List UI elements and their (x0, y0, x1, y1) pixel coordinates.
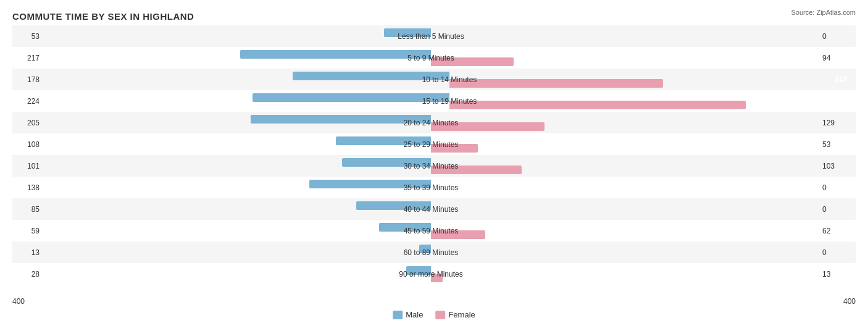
bars-center: 25 to 29 Minutes (43, 134, 819, 155)
chart-row: 85 40 to 44 Minutes 0 (12, 198, 856, 220)
axis-label-right: 400 (843, 297, 856, 306)
male-bar (406, 266, 431, 275)
female-bar (431, 166, 522, 174)
male-bar (309, 180, 431, 188)
female-value: 13 (819, 270, 856, 279)
bars-center: 35 to 39 Minutes (43, 177, 819, 198)
chart-row: 217 5 to 9 Minutes 94 (12, 47, 856, 69)
legend-female: Female (435, 310, 475, 319)
female-value: 243 (835, 75, 847, 84)
female-bar (449, 101, 746, 109)
female-value: 337 (835, 97, 847, 106)
male-value: 85 (12, 205, 43, 214)
female-value: 0 (819, 32, 856, 41)
bars-center: 45 to 59 Minutes (43, 220, 819, 241)
female-value: 103 (819, 162, 856, 170)
chart-row: 178 10 to 14 Minutes 243 (12, 69, 856, 90)
chart-row: 53 Less than 5 Minutes 0 (12, 25, 856, 47)
bars-center: 40 to 44 Minutes (43, 199, 819, 220)
male-value: 108 (12, 140, 43, 149)
source-label: Source: ZipAtlas.com (791, 9, 856, 16)
male-bar (251, 115, 431, 124)
male-bar (240, 50, 431, 59)
bars-center: 90 or more Minutes (43, 264, 819, 285)
female-bar (431, 57, 514, 66)
male-bar (379, 223, 431, 232)
male-bar (342, 158, 431, 167)
female-value: 94 (819, 54, 856, 62)
male-bar (293, 72, 449, 80)
chart-title: COMMUTE TIME BY SEX IN HIGHLAND (12, 11, 856, 22)
male-value: 13 (12, 248, 43, 257)
male-label: Male (406, 310, 423, 319)
female-label: Female (448, 310, 475, 319)
female-value: 0 (819, 248, 856, 257)
male-bar (336, 136, 431, 145)
female-value: 0 (819, 205, 856, 214)
male-bar (419, 245, 431, 253)
chart-legend: Male Female (393, 310, 475, 319)
male-value: 59 (12, 227, 43, 235)
chart-row: 59 45 to 59 Minutes 62 (12, 220, 856, 241)
male-bar (384, 28, 431, 37)
chart-row: 101 30 to 34 Minutes 103 (12, 155, 856, 177)
chart-row: 224 15 to 19 Minutes 337 (12, 90, 856, 112)
bars-center: 10 to 14 Minutes (43, 69, 856, 90)
male-bar (252, 93, 449, 102)
male-value: 178 (12, 75, 43, 84)
male-value: 138 (12, 183, 43, 192)
male-value: 205 (12, 119, 43, 127)
female-bar (431, 230, 485, 239)
chart-row: 205 20 to 24 Minutes 129 (12, 112, 856, 133)
female-value: 129 (819, 119, 856, 127)
female-value: 53 (819, 140, 856, 149)
female-swatch (435, 311, 445, 319)
bars-center: 20 to 24 Minutes (43, 112, 819, 133)
male-swatch (393, 311, 403, 319)
chart-row: 138 35 to 39 Minutes 0 (12, 177, 856, 198)
female-value: 0 (819, 183, 856, 192)
chart-row: 108 25 to 29 Minutes 53 (12, 133, 856, 155)
chart-area: 53 Less than 5 Minutes 0 217 5 to 9 Minu… (12, 25, 856, 285)
row-label: 60 to 89 Minutes (404, 249, 459, 256)
female-bar (431, 122, 545, 131)
bars-center: 15 to 19 Minutes (43, 91, 856, 112)
legend-male: Male (393, 310, 423, 319)
female-bar (431, 144, 478, 153)
male-value: 53 (12, 32, 43, 41)
bars-center: 5 to 9 Minutes (43, 48, 819, 69)
chart-container: COMMUTE TIME BY SEX IN HIGHLAND Source: … (0, 0, 868, 323)
male-value: 28 (12, 270, 43, 279)
bars-center: Less than 5 Minutes (43, 26, 819, 47)
female-bar (449, 79, 663, 88)
male-value: 101 (12, 162, 43, 170)
male-bar (356, 201, 431, 210)
bars-center: 60 to 89 Minutes (43, 242, 819, 263)
female-bar (431, 274, 443, 282)
chart-row: 28 90 or more Minutes 13 (12, 263, 856, 285)
female-value: 62 (819, 227, 856, 235)
axis-label-left: 400 (12, 297, 25, 306)
bars-center: 30 to 34 Minutes (43, 156, 819, 177)
male-value: 217 (12, 54, 43, 62)
chart-row: 13 60 to 89 Minutes 0 (12, 241, 856, 263)
male-value: 224 (12, 97, 43, 106)
